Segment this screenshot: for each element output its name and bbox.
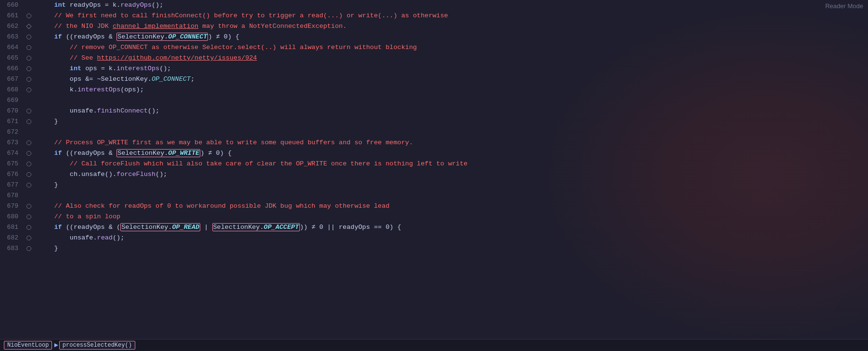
line-gutter <box>24 116 34 127</box>
gutter-circle-icon <box>26 119 31 124</box>
field-name: OP_ACCEPT <box>264 224 299 231</box>
gutter-circle-icon <box>26 109 31 113</box>
line-gutter <box>24 138 34 148</box>
function-call: read <box>97 234 113 241</box>
line-content: // remove OP_CONNECT as otherwise Select… <box>34 42 868 53</box>
table-row: 660 int readyOps = k.readyOps(); <box>0 0 868 11</box>
line-gutter <box>24 74 34 85</box>
line-gutter <box>24 180 34 190</box>
table-row: 681 if ((readyOps & (SelectionKey.OP_REA… <box>0 222 868 233</box>
keyword: int <box>70 65 81 72</box>
line-number: 676 <box>0 169 24 180</box>
highlight-op-read: SelectionKey.OP_READ <box>120 223 200 231</box>
reader-mode-button[interactable]: Reader Mode <box>825 2 863 10</box>
line-gutter <box>24 32 34 42</box>
table-row: 661 // We first need to call finishConne… <box>0 11 868 21</box>
gutter-circle-icon <box>26 66 31 71</box>
line-content: } <box>34 180 868 190</box>
breadcrumb-process-selected-key[interactable]: processSelectedKey() <box>59 341 135 350</box>
line-gutter <box>24 106 34 116</box>
comment: // the NIO JDK channel implementation ma… <box>54 23 347 30</box>
table-row: 663 if ((readyOps & SelectionKey.OP_CONN… <box>0 32 868 42</box>
table-row: 674 if ((readyOps & SelectionKey.OP_WRIT… <box>0 148 868 159</box>
line-number: 666 <box>0 63 24 74</box>
table-row: 670 unsafe.finishConnect(); <box>0 106 868 116</box>
line-number: 669 <box>0 95 24 106</box>
line-number: 662 <box>0 21 24 32</box>
comment: // See https://github.com/netty/netty/is… <box>70 54 257 62</box>
line-number: 679 <box>0 201 24 212</box>
line-content: ops &= ~SelectionKey.OP_CONNECT; <box>34 74 868 85</box>
line-gutter <box>24 190 34 201</box>
gutter-circle-icon <box>26 214 31 219</box>
comment: // Process OP_WRITE first as we may be a… <box>54 139 413 146</box>
gutter-circle-icon <box>26 204 31 209</box>
comment: // Call forceFlush which will also take … <box>70 160 467 167</box>
line-gutter <box>24 53 34 63</box>
field-name: OP_WRITE <box>168 150 199 157</box>
comment-link[interactable]: channel implementation <box>113 23 198 30</box>
line-number: 673 <box>0 138 24 148</box>
line-content: ch.unsafe().forceFlush(); <box>34 169 868 180</box>
table-row: 675 // Call forceFlush which will also t… <box>0 159 868 169</box>
field-name: OP_CONNECT <box>168 33 207 40</box>
line-content <box>34 190 868 201</box>
line-content: // We first need to call finishConnect()… <box>34 11 868 21</box>
line-gutter <box>24 21 34 32</box>
line-gutter <box>24 42 34 53</box>
breadcrumb-bar: NioEventLoop ► processSelectedKey() <box>0 339 868 351</box>
table-row: 666 int ops = k.interestOps(); <box>0 63 868 74</box>
line-number: 681 <box>0 222 24 233</box>
line-gutter <box>24 243 34 254</box>
highlight-op-accept: SelectionKey.OP_ACCEPT <box>212 223 300 231</box>
comment: // Also check for readOps of 0 to workar… <box>54 202 389 210</box>
gutter-circle-icon <box>26 236 31 240</box>
line-gutter <box>24 201 34 212</box>
line-content: k.interestOps(ops); <box>34 85 868 95</box>
line-gutter <box>24 85 34 95</box>
gutter-circle-icon <box>26 246 31 251</box>
table-row: 668 k.interestOps(ops); <box>0 85 868 95</box>
line-gutter <box>24 212 34 222</box>
line-number: 678 <box>0 190 24 201</box>
line-content: } <box>34 243 868 254</box>
line-number: 674 <box>0 148 24 159</box>
comment-link[interactable]: https://github.com/netty/netty/issues/92… <box>97 54 257 62</box>
line-number: 682 <box>0 233 24 243</box>
line-content: } <box>34 116 868 127</box>
gutter-circle-icon <box>26 151 31 156</box>
gutter-circle-icon <box>26 183 31 188</box>
line-gutter <box>24 148 34 159</box>
table-row: 671 } <box>0 116 868 127</box>
table-row: 667 ops &= ~SelectionKey.OP_CONNECT; <box>0 74 868 85</box>
comment: // to a spin loop <box>54 213 120 220</box>
table-row: 669 <box>0 95 868 106</box>
line-number: 668 <box>0 85 24 95</box>
highlight-op-connect: SelectionKey.OP_CONNECT <box>117 33 208 41</box>
line-number: 664 <box>0 42 24 53</box>
table-row: 676 ch.unsafe().forceFlush(); <box>0 169 868 180</box>
function-call: forceFlush <box>117 171 155 178</box>
breadcrumb-nio-event-loop[interactable]: NioEventLoop <box>4 341 52 350</box>
line-gutter <box>24 127 34 138</box>
line-number: 683 <box>0 243 24 254</box>
line-gutter <box>24 169 34 180</box>
line-number: 672 <box>0 127 24 138</box>
function-call: interestOps <box>78 86 120 93</box>
line-gutter <box>24 159 34 169</box>
function-call: finishConnect <box>97 107 148 114</box>
function-call: interestOps <box>117 65 159 72</box>
keyword: if <box>54 150 62 157</box>
line-content: // the NIO JDK channel implementation ma… <box>34 21 868 32</box>
keyword: if <box>54 224 62 231</box>
line-content: // Process OP_WRITE first as we may be a… <box>34 138 868 148</box>
code-area: 660 int readyOps = k.readyOps(); 661 // … <box>0 0 868 339</box>
line-content: if ((readyOps & SelectionKey.OP_WRITE) ≠… <box>34 148 868 159</box>
gutter-circle-icon <box>26 225 31 230</box>
line-number: 665 <box>0 53 24 63</box>
table-row: 662 // the NIO JDK channel implementatio… <box>0 21 868 32</box>
table-row: 677 } <box>0 180 868 190</box>
gutter-circle-icon <box>26 77 31 82</box>
line-content <box>34 127 868 138</box>
line-gutter <box>24 95 34 106</box>
